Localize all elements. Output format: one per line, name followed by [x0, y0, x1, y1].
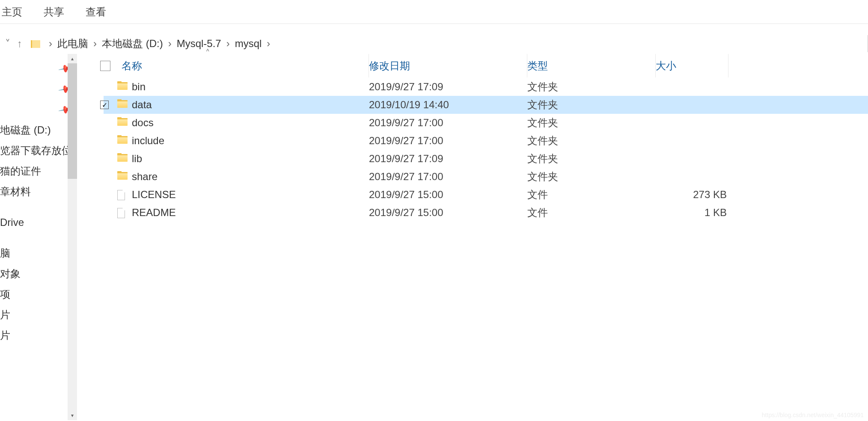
file-date: 2019/10/19 14:40: [369, 99, 527, 111]
sidebar-item[interactable]: 📌: [0, 79, 77, 99]
file-name: include: [104, 135, 369, 147]
file-type: 文件夹: [527, 134, 656, 148]
file-date: 2019/9/27 17:00: [369, 171, 527, 183]
sidebar-item-label: 章材料: [0, 185, 31, 199]
sidebar-item[interactable]: 览器下载存放位: [0, 140, 77, 161]
folder-row[interactable]: share2019/9/27 17:00文件夹: [104, 168, 868, 186]
breadcrumb-segment[interactable]: 本地磁盘 (D:): [102, 37, 163, 50]
scroll-down-icon[interactable]: ▾: [68, 411, 77, 420]
file-row[interactable]: README2019/9/27 15:00文件1 KB: [104, 204, 868, 222]
sidebar-item-label: 对象: [0, 267, 21, 281]
sidebar-item[interactable]: 片: [0, 325, 77, 346]
folder-icon: [117, 100, 127, 110]
file-size: 1 KB: [656, 207, 728, 219]
folder-row[interactable]: lib2019/9/27 17:09文件夹: [104, 150, 868, 168]
column-headers: 名称 ^ 修改日期 类型 大小: [104, 54, 868, 78]
file-name: lib: [104, 153, 369, 165]
file-type: 文件夹: [527, 98, 656, 112]
folder-icon: [117, 172, 127, 181]
file-name: share: [104, 171, 369, 183]
chevron-right-icon[interactable]: ›: [226, 38, 230, 50]
file-icon: [117, 190, 127, 199]
history-dropdown-icon[interactable]: ˅: [2, 38, 14, 50]
sidebar-item[interactable]: 地磁盘 (D:): [0, 120, 77, 140]
row-checkbox[interactable]: ✓: [100, 101, 109, 109]
folder-icon: [31, 40, 40, 48]
sidebar-item-label: Drive: [0, 216, 24, 228]
navigation-pane: 📌 📌 📌 地磁盘 (D:) 览器下载存放位 猫的证件 章材料 Drive 脑 …: [0, 54, 77, 420]
chevron-right-icon[interactable]: ›: [49, 38, 52, 50]
file-name: bin: [104, 81, 369, 93]
watermark: https://blog.csdn.net/weixin_44105991: [762, 412, 864, 418]
sidebar-item-label: 地磁盘 (D:): [0, 123, 51, 137]
sort-indicator-icon: ^: [206, 48, 209, 55]
scroll-thumb[interactable]: [68, 63, 77, 179]
file-name: docs: [104, 117, 369, 129]
main-area: 📌 📌 📌 地磁盘 (D:) 览器下载存放位 猫的证件 章材料 Drive 脑 …: [0, 54, 868, 420]
file-icon: [117, 208, 127, 217]
breadcrumb[interactable]: › 此电脑 › 本地磁盘 (D:) › Mysql-5.7 › mysql ›: [28, 35, 868, 52]
file-date: 2019/9/27 17:00: [369, 117, 527, 129]
sidebar-item-label: 片: [0, 329, 10, 342]
file-name: LICENSE: [104, 189, 369, 201]
sidebar-item[interactable]: 📌: [0, 58, 77, 79]
address-bar: ˅ ↑ › 此电脑 › 本地磁盘 (D:) › Mysql-5.7 › mysq…: [0, 33, 868, 54]
file-name: README: [104, 207, 369, 219]
sidebar-item[interactable]: 项: [0, 284, 77, 305]
column-header-date[interactable]: 修改日期: [369, 54, 527, 77]
sidebar-item-label: 猫的证件: [0, 164, 41, 178]
file-row[interactable]: LICENSE2019/9/27 15:00文件273 KB: [104, 186, 868, 204]
file-date: 2019/9/27 17:09: [369, 153, 527, 165]
breadcrumb-segment[interactable]: mysql: [235, 38, 262, 50]
sidebar-item[interactable]: 猫的证件: [0, 161, 77, 181]
file-date: 2019/9/27 17:00: [369, 135, 527, 147]
folder-row[interactable]: bin2019/9/27 17:09文件夹: [104, 78, 868, 96]
sidebar-item-label: 脑: [0, 246, 10, 260]
file-type: 文件夹: [527, 152, 656, 166]
ribbon-tab-share[interactable]: 共享: [44, 5, 64, 19]
sidebar-item-label: 项: [0, 288, 10, 301]
sidebar-scrollbar[interactable]: ▴ ▾: [68, 54, 77, 420]
breadcrumb-segment[interactable]: 此电脑: [57, 37, 88, 50]
folder-icon: [117, 136, 127, 145]
file-date: 2019/9/27 17:09: [369, 81, 527, 93]
folder-row[interactable]: include2019/9/27 17:00文件夹: [104, 132, 868, 150]
folder-row[interactable]: docs2019/9/27 17:00文件夹: [104, 114, 868, 132]
sidebar-item-label: 片: [0, 308, 10, 322]
folder-icon: [117, 82, 127, 92]
chevron-right-icon[interactable]: ›: [267, 38, 270, 50]
up-arrow-icon[interactable]: ↑: [14, 38, 26, 50]
folder-icon: [117, 154, 127, 163]
sidebar-item[interactable]: 📌: [0, 99, 77, 120]
file-date: 2019/9/27 15:00: [369, 207, 527, 219]
ribbon-tab-home[interactable]: 主页: [2, 5, 22, 19]
ribbon-tab-view[interactable]: 查看: [86, 5, 106, 19]
file-type: 文件夹: [527, 170, 656, 184]
folder-row[interactable]: ✓data2019/10/19 14:40文件夹: [104, 96, 868, 114]
folder-icon: [117, 118, 127, 127]
chevron-right-icon[interactable]: ›: [93, 38, 97, 50]
breadcrumb-segment[interactable]: Mysql-5.7: [177, 38, 221, 50]
file-size: 273 KB: [656, 189, 728, 201]
column-header-name[interactable]: 名称 ^: [104, 54, 369, 77]
column-header-type[interactable]: 类型: [527, 54, 656, 77]
file-type: 文件: [527, 188, 656, 202]
sidebar-item[interactable]: 片: [0, 305, 77, 325]
sidebar-item-label: 览器下载存放位: [0, 144, 72, 157]
sidebar-item[interactable]: 章材料: [0, 181, 77, 202]
file-type: 文件夹: [527, 116, 656, 130]
ribbon-tabs: 主页 共享 查看: [0, 0, 868, 24]
column-header-size[interactable]: 大小: [656, 54, 728, 77]
sidebar-item[interactable]: 脑: [0, 243, 77, 264]
file-date: 2019/9/27 15:00: [369, 189, 527, 201]
sidebar-item[interactable]: Drive: [0, 212, 77, 233]
file-type: 文件夹: [527, 80, 656, 94]
file-type: 文件: [527, 206, 656, 219]
scroll-up-icon[interactable]: ▴: [68, 54, 77, 63]
file-name: data: [104, 99, 369, 111]
file-list: 名称 ^ 修改日期 类型 大小 bin2019/9/27 17:09文件夹✓da…: [77, 54, 868, 420]
sidebar-item[interactable]: 对象: [0, 264, 77, 284]
chevron-right-icon[interactable]: ›: [168, 38, 172, 50]
